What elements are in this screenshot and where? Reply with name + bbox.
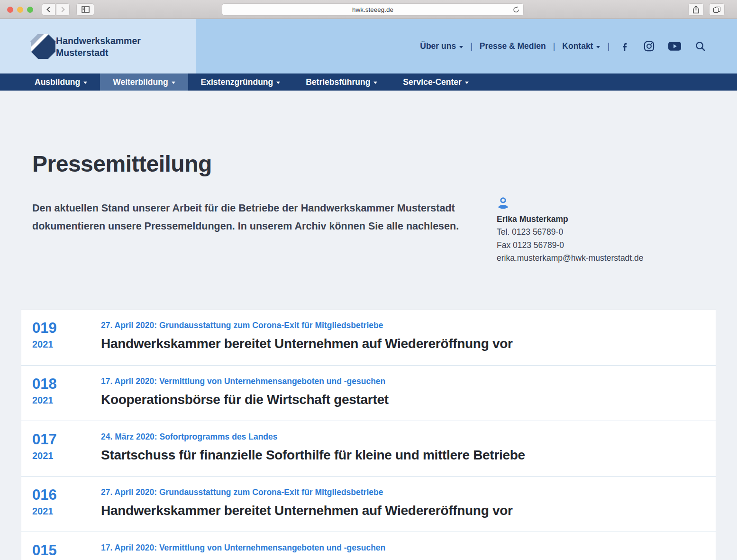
utility-nav: Über uns | Presse & Medien | Kontakt | xyxy=(420,19,706,73)
utility-separator: | xyxy=(470,41,473,51)
share-icon xyxy=(692,6,700,14)
utility-link-label: Über uns xyxy=(420,41,456,51)
press-number-block: 016 2021 xyxy=(32,487,94,517)
facebook-link[interactable] xyxy=(619,41,630,52)
share-button[interactable] xyxy=(688,3,704,16)
press-number: 018 xyxy=(32,376,94,392)
press-number-block: 018 2021 xyxy=(32,376,94,406)
press-number-block: 019 2021 xyxy=(32,320,94,350)
youtube-link[interactable] xyxy=(668,41,681,51)
press-number: 019 xyxy=(32,320,94,336)
press-year: 2021 xyxy=(32,450,94,461)
press-headline-link[interactable]: Kooperationsbörse für die Wirtschaft ges… xyxy=(101,392,701,408)
sidebar-icon xyxy=(82,6,90,13)
press-release-row[interactable]: 017 2021 24. März 2020: Sofortprogramms … xyxy=(21,421,716,476)
brand-wordmark[interactable]: Handwerkskammer Musterstadt xyxy=(56,35,141,59)
chevron-right-icon xyxy=(59,7,64,12)
reload-icon[interactable] xyxy=(512,6,520,14)
press-release-row[interactable]: 015 2021 17. April 2020: Vermittlung von… xyxy=(21,532,716,560)
chevron-down-icon xyxy=(459,46,463,48)
press-date-link[interactable]: 24. März 2020: Sofortprogramms des Lande… xyxy=(101,431,701,442)
press-date-link[interactable]: 17. April 2020: Vermittlung von Unterneh… xyxy=(101,542,701,553)
utility-link-label: Kontakt xyxy=(562,41,593,51)
search-icon xyxy=(695,41,706,52)
page-title: Pressemitteilung xyxy=(32,151,212,177)
press-number: 017 xyxy=(32,431,94,447)
press-headline-link[interactable]: Handwerkskammer bereitet Unternehmen auf… xyxy=(101,503,701,519)
press-release-row[interactable]: 018 2021 17. April 2020: Vermittlung von… xyxy=(21,365,716,421)
press-number-block: 017 2021 xyxy=(32,431,94,461)
press-date-link[interactable]: 27. April 2020: Grundausstattung zum Cor… xyxy=(101,320,701,330)
press-release-row[interactable]: 016 2021 27. April 2020: Grundausstattun… xyxy=(21,476,716,532)
utility-link-presse-medien[interactable]: Presse & Medien xyxy=(480,41,546,51)
tabs-icon xyxy=(713,7,720,13)
zoom-window-button[interactable] xyxy=(27,7,33,13)
chevron-down-icon xyxy=(172,82,175,84)
instagram-icon xyxy=(644,41,655,52)
contact-fax: Fax 0123 56789-0 xyxy=(497,239,644,252)
nav-item-betriebsfuehrung[interactable]: Betriebsführung xyxy=(293,73,390,91)
minimize-window-button[interactable] xyxy=(17,7,23,13)
instagram-link[interactable] xyxy=(644,41,655,52)
nav-item-weiterbildung[interactable]: Weiterbildung xyxy=(100,73,188,91)
search-button[interactable] xyxy=(695,41,706,52)
nav-item-ausbildung[interactable]: Ausbildung xyxy=(22,73,100,91)
utility-link-label: Presse & Medien xyxy=(480,41,546,51)
contact-card: Erika Musterkamp Tel. 0123 56789-0 Fax 0… xyxy=(497,197,644,265)
intro-text: Den aktuellen Stand unserer Arbeit für d… xyxy=(32,199,461,235)
utility-link-ueber-uns[interactable]: Über uns xyxy=(420,41,463,51)
press-date-link[interactable]: 17. April 2020: Vermittlung von Unterneh… xyxy=(101,376,701,386)
close-window-button[interactable] xyxy=(7,7,13,13)
forward-button[interactable] xyxy=(56,3,70,16)
press-number: 016 xyxy=(32,487,94,503)
press-number: 015 xyxy=(32,542,94,558)
site-header: Handwerkskammer Musterstadt Über uns | P… xyxy=(0,19,737,73)
utility-link-kontakt[interactable]: Kontakt xyxy=(562,41,600,51)
chevron-down-icon xyxy=(276,82,280,84)
press-release-row[interactable]: 019 2021 27. April 2020: Grundausstattun… xyxy=(21,310,716,365)
nav-item-label: Ausbildung xyxy=(35,77,80,87)
press-year: 2021 xyxy=(32,339,94,350)
url-text: hwk.steeeg.de xyxy=(352,6,393,13)
nav-item-label: Weiterbildung xyxy=(113,77,168,87)
nav-item-label: Betriebsführung xyxy=(306,77,370,87)
chevron-down-icon xyxy=(465,82,469,84)
utility-separator: | xyxy=(553,41,555,51)
back-button[interactable] xyxy=(42,3,55,16)
chevron-down-icon xyxy=(596,46,600,48)
person-icon xyxy=(497,197,510,210)
press-year: 2021 xyxy=(32,395,94,406)
chevron-down-icon xyxy=(373,82,377,84)
address-bar[interactable]: hwk.steeeg.de xyxy=(222,3,524,16)
nav-item-existenzgruendung[interactable]: Existenzgründung xyxy=(188,73,293,91)
chevron-left-icon xyxy=(46,7,52,12)
nav-item-label: Service-Center xyxy=(403,77,462,87)
sidebar-toggle-button[interactable] xyxy=(76,3,94,16)
main-navigation: Ausbildung Weiterbildung Existenzgründun… xyxy=(0,73,737,91)
contact-tel: Tel. 0123 56789-0 xyxy=(497,226,644,239)
facebook-icon xyxy=(619,41,630,52)
contact-email[interactable]: erika.musterkamp@hwk-musterstadt.de xyxy=(497,252,644,265)
utility-separator: | xyxy=(607,41,610,51)
browser-toolbar: hwk.steeeg.de xyxy=(0,0,737,19)
press-headline-link[interactable]: Handwerkskammer bereitet Unternehmen auf… xyxy=(101,336,701,352)
press-number-block: 015 2021 xyxy=(32,542,94,560)
tab-overview-button[interactable] xyxy=(709,3,725,16)
youtube-icon xyxy=(668,41,681,51)
hwk-logo[interactable] xyxy=(30,34,56,59)
nav-item-label: Existenzgründung xyxy=(201,77,273,87)
brand-line2: Musterstadt xyxy=(56,47,141,59)
press-year: 2021 xyxy=(32,505,94,517)
press-release-list: 019 2021 27. April 2020: Grundausstattun… xyxy=(21,310,716,560)
contact-name: Erika Musterkamp xyxy=(497,213,644,226)
press-date-link[interactable]: 27. April 2020: Grundausstattung zum Cor… xyxy=(101,487,701,497)
brand-line1: Handwerkskammer xyxy=(56,35,141,47)
nav-item-service-center[interactable]: Service-Center xyxy=(390,73,482,91)
press-headline-link[interactable]: Startschuss für finanzielle Soforthilfe … xyxy=(101,447,701,463)
chevron-down-icon xyxy=(83,82,87,84)
